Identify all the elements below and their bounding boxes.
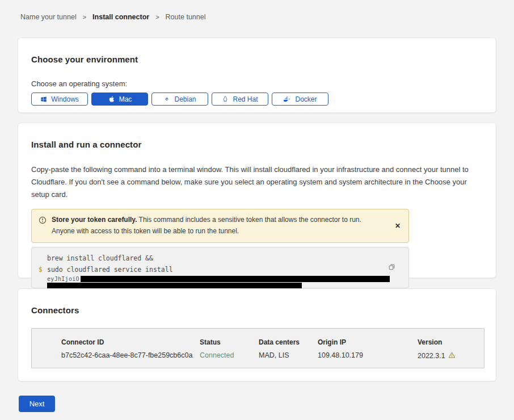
environment-card-title: Choose your environment <box>31 54 483 64</box>
header-version: Version <box>418 338 484 346</box>
environment-card: Choose your environment Choose an operat… <box>18 37 496 113</box>
code-text: sudo cloudflared service install <box>47 264 173 275</box>
os-button-label: Docker <box>295 95 317 103</box>
code-text: brew install cloudflared && <box>47 253 153 264</box>
redacted-token-bar <box>81 276 390 282</box>
os-button-label: Debian <box>174 95 196 103</box>
alert-title: Store your token carefully. <box>52 216 137 224</box>
table-row: b7c52c42-6caa-48ee-8c77-fbe259cb6c0a Con… <box>61 351 484 360</box>
redhat-logo-icon <box>222 95 229 103</box>
os-button-label: Windows <box>51 95 79 103</box>
token-prefix-text: eyJhIjoiO <box>47 276 79 282</box>
connectors-card: Connectors Connector ID Status Data cent… <box>18 288 496 381</box>
breadcrumb-install-connector[interactable]: Install connector <box>92 13 149 21</box>
connectors-table: Connector ID Status Data centers Origin … <box>31 328 484 368</box>
breadcrumb: Name your tunnel > Install connector > R… <box>20 13 205 21</box>
os-button-docker[interactable]: Docker <box>272 93 328 106</box>
breadcrumb-route-tunnel[interactable]: Route tunnel <box>166 13 206 21</box>
os-select-label: Choose an operating system: <box>31 79 483 88</box>
apple-logo-icon <box>108 95 115 103</box>
table-header-row: Connector ID Status Data centers Origin … <box>61 338 484 346</box>
code-line-token: eyJhIjoiO <box>47 275 408 282</box>
code-line-brew: brew install cloudflared && <box>32 253 408 264</box>
windows-logo-icon <box>40 96 47 103</box>
docker-logo-icon <box>283 96 291 103</box>
header-data-centers: Data centers <box>259 338 318 346</box>
version-warning-icon <box>448 351 456 360</box>
cell-connector-id: b7c52c42-6caa-48ee-8c77-fbe259cb6c0a <box>61 351 200 360</box>
os-button-redhat[interactable]: Red Hat <box>212 93 268 106</box>
alert-circle-icon <box>39 216 47 237</box>
os-button-group: Windows Mac Debian <box>31 93 483 106</box>
debian-logo-icon <box>163 96 170 103</box>
connectors-card-title: Connectors <box>31 305 483 315</box>
os-button-label: Mac <box>119 95 132 103</box>
alert-close-icon[interactable]: ✕ <box>395 222 401 229</box>
header-connector-id: Connector ID <box>61 338 200 346</box>
copy-icon <box>388 264 395 272</box>
install-connector-card: Install and run a connector Copy-paste t… <box>18 123 496 278</box>
install-connector-title: Install and run a connector <box>31 140 483 149</box>
os-button-windows[interactable]: Windows <box>31 93 88 106</box>
copy-command-button[interactable] <box>387 262 397 274</box>
install-command-codeblock: brew install cloudflared && $ sudo cloud… <box>31 247 409 288</box>
token-warning-alert: Store your token carefully. This command… <box>31 209 409 243</box>
code-line-sudo: $ sudo cloudflared service install <box>32 264 408 275</box>
os-button-label: Red Hat <box>233 95 258 103</box>
breadcrumb-name-your-tunnel[interactable]: Name your tunnel <box>20 13 77 21</box>
cell-version: 2022.3.1 <box>418 351 484 360</box>
header-origin-ip: Origin IP <box>318 338 418 346</box>
version-text: 2022.3.1 <box>418 352 445 360</box>
install-connector-description: Copy-paste the following command into a … <box>31 163 481 200</box>
cell-data-centers: MAD, LIS <box>259 351 318 360</box>
next-button[interactable]: Next <box>19 396 55 412</box>
breadcrumb-separator: > <box>155 14 159 20</box>
cell-origin-ip: 109.48.10.179 <box>318 351 418 360</box>
breadcrumb-separator: > <box>83 14 86 20</box>
shell-prompt: $ <box>39 264 47 275</box>
header-status: Status <box>200 338 259 346</box>
prompt-spacer <box>39 253 47 264</box>
os-button-mac[interactable]: Mac <box>91 93 148 106</box>
cell-status: Connected <box>200 351 259 360</box>
alert-text: Store your token carefully. This command… <box>52 215 379 237</box>
os-button-debian[interactable]: Debian <box>151 93 208 106</box>
